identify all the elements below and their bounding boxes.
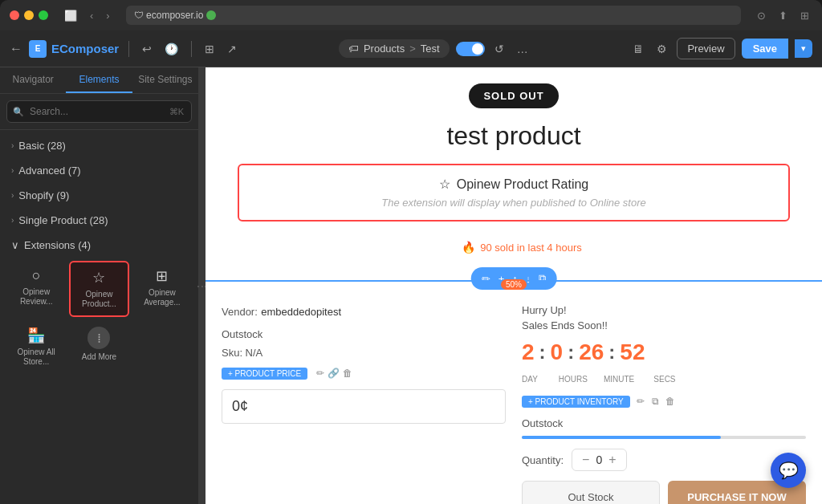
chat-bubble[interactable]: 💬: [771, 453, 806, 488]
vendor-row: Vendor: embeddedopitest: [222, 304, 506, 319]
canvas-inner: SOLD OUT test product ☆ Opinew Product R…: [206, 67, 822, 504]
inventory-trash-icon[interactable]: 🗑: [665, 396, 675, 407]
undo-icon[interactable]: ↩: [139, 39, 155, 59]
share-icon[interactable]: ↗: [224, 39, 240, 59]
plus-icon: ⁞: [97, 331, 101, 346]
quantity-increase[interactable]: +: [608, 453, 616, 467]
history-icon[interactable]: 🕐: [161, 39, 181, 59]
toolbar-center: 🏷 Products > Test ↺ …: [248, 39, 621, 59]
sidebar-tabs: Navigator Elements Site Settings: [0, 67, 198, 94]
sidebar-item-extensions[interactable]: ∨ Extensions (4): [0, 233, 198, 258]
toolbar-right: 🖥 ⚙ Preview Save ▾: [629, 38, 812, 59]
sidebar-item-basic[interactable]: › Basic (28): [0, 133, 198, 158]
close-traffic-light[interactable]: [10, 10, 19, 20]
ext-label-review: Opinew Review...: [10, 287, 63, 307]
tab-elements[interactable]: Elements: [66, 67, 132, 93]
duplicate-icon[interactable]: ⧉: [536, 270, 548, 287]
ext-label-average: Opinew Average...: [136, 288, 189, 307]
chevron-right-icon: ›: [11, 141, 14, 150]
inventory-dup-icon[interactable]: ⧉: [652, 396, 659, 407]
tab-site-settings[interactable]: Site Settings: [132, 67, 198, 93]
extensions-label: Extensions (4): [24, 239, 91, 251]
browser-chrome: ⬜ ‹ › 🛡 ecomposer.io ⊙ ⬆ ⊞: [0, 0, 822, 30]
logo: E EComposer: [29, 40, 119, 58]
countdown-hours: 0: [551, 339, 564, 365]
desktop-icon[interactable]: 🖥: [629, 39, 647, 59]
ext-item-opinew-review[interactable]: ○ Opinew Review...: [6, 261, 66, 317]
more-icon[interactable]: …: [514, 39, 531, 59]
preview-button[interactable]: Preview: [677, 38, 735, 59]
shield-icon: 🛡: [134, 10, 144, 21]
inventory-edit-icon[interactable]: ✏: [637, 396, 645, 407]
sidebar-item-single-product[interactable]: › Single Product (28): [0, 208, 198, 233]
category-basic-label: Basic (28): [18, 140, 66, 152]
search-input[interactable]: [6, 100, 192, 123]
quantity-row: Quantity: − 0 +: [522, 449, 806, 471]
save-dropdown-button[interactable]: ▾: [795, 39, 812, 58]
sold-out-badge: SOLD OUT: [469, 83, 558, 108]
category-single-product-label: Single Product (28): [18, 214, 108, 226]
address-bar[interactable]: 🛡 ecomposer.io: [126, 6, 741, 25]
maximize-traffic-light[interactable]: [39, 10, 48, 20]
sku-row: Sku: N/A: [222, 347, 506, 359]
resize-handle[interactable]: ⋮: [199, 67, 206, 504]
product-right-column: Hurry Up! Sales Ends Soon!! 2 : 0 : 26 :…: [522, 304, 806, 504]
extensions-grid: ○ Opinew Review... ☆ Opinew Product... ⊞…: [0, 258, 198, 380]
ext-label-add-more: Add More: [82, 352, 116, 362]
grid-small-icon: ⊞: [156, 267, 168, 285]
sidebar-item-advanced[interactable]: › Advanced (7): [0, 158, 198, 183]
ext-item-opinew-average[interactable]: ⊞ Opinew Average...: [132, 261, 192, 317]
share-icon[interactable]: ⬆: [775, 8, 791, 23]
publish-toggle[interactable]: [456, 42, 485, 56]
sold-counter-text: 90 sold in last 4 hours: [480, 242, 581, 254]
forward-icon[interactable]: ›: [103, 8, 112, 23]
chat-icon: 💬: [779, 461, 799, 480]
search-wrap: 🔍 ⌘K: [6, 100, 192, 123]
quantity-decrease[interactable]: −: [582, 453, 589, 467]
chevron-right-icon-3: ›: [11, 191, 14, 200]
breadcrumb-part1: Products: [364, 43, 405, 55]
outstock-right: Outstock: [522, 417, 806, 429]
download-icon[interactable]: ⊙: [754, 8, 769, 23]
ext-item-opinew-all-store[interactable]: 🏪 Opinew All Store...: [6, 320, 66, 373]
breadcrumb[interactable]: 🏷 Products > Test: [339, 39, 450, 58]
ext-item-opinew-product[interactable]: ☆ Opinew Product...: [69, 261, 128, 317]
percent-badge: 50%: [501, 279, 527, 290]
sidebar-item-shopify[interactable]: › Shopify (9): [0, 183, 198, 208]
ext-item-add-more[interactable]: ⁞ Add More: [69, 320, 128, 373]
save-button[interactable]: Save: [742, 39, 788, 59]
breadcrumb-part2: Test: [421, 43, 440, 55]
pencil-icon[interactable]: ✏: [316, 368, 324, 379]
logo-text: EComposer: [51, 42, 119, 55]
inventory-badge[interactable]: + PRODUCT INVENTORY: [522, 396, 630, 408]
back-button[interactable]: ←: [10, 42, 22, 56]
store-icon: 🏪: [27, 327, 45, 344]
toolbar-divider: [128, 41, 129, 57]
price-edit-icons: ✏ 🔗 🗑: [316, 368, 352, 379]
settings-icon[interactable]: ⚙: [653, 39, 670, 59]
countdown-sep-3: :: [608, 341, 615, 364]
back-icon[interactable]: ‹: [87, 8, 96, 23]
trash-icon[interactable]: 🗑: [343, 368, 352, 379]
canvas-area: SOLD OUT test product ☆ Opinew Product R…: [206, 67, 822, 504]
edit-icon[interactable]: ✏: [479, 271, 493, 287]
browser-tabs-icon[interactable]: ⬜: [61, 8, 80, 23]
tab-navigator[interactable]: Navigator: [0, 67, 66, 93]
rating-subtitle: The extension will display when publishe…: [255, 197, 772, 209]
toolbar-divider-2: [191, 41, 192, 57]
product-price-badge[interactable]: + PRODUCT PRICE: [222, 368, 307, 380]
refresh-icon[interactable]: ↺: [491, 39, 507, 59]
countdown-timer: 2 : 0 : 26 : 52: [522, 339, 806, 365]
vendor-value: embeddedopitest: [261, 306, 341, 318]
new-tab-icon[interactable]: ⊞: [797, 8, 812, 23]
logo-icon: E: [29, 40, 47, 58]
price-input[interactable]: [222, 389, 506, 424]
minimize-traffic-light[interactable]: [24, 10, 34, 20]
rating-block[interactable]: ☆ Opinew Product Rating The extension wi…: [238, 164, 790, 222]
out-stock-button[interactable]: Out Stock: [522, 481, 660, 504]
breadcrumb-icon: 🏷: [348, 43, 359, 55]
countdown-days: 2: [522, 339, 535, 365]
grid-icon[interactable]: ⊞: [201, 39, 218, 59]
link-icon[interactable]: 🔗: [328, 368, 340, 379]
canvas-top: SOLD OUT test product: [206, 67, 822, 164]
